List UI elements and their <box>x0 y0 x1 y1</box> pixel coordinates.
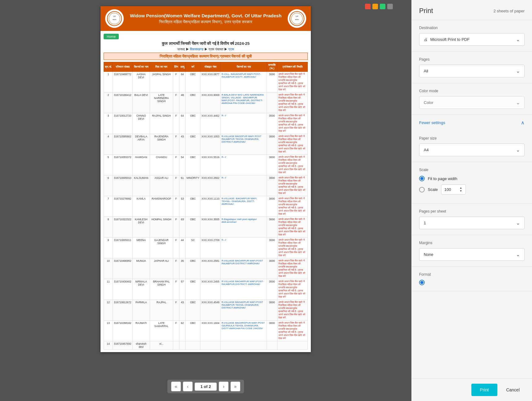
table-cell: OBC <box>185 113 200 134</box>
pages-label: Pages <box>419 57 525 62</box>
table-cell: R-VILLAGE BAGDPUR MAFI POST RAJABPUR TEH… <box>221 134 267 155</box>
pagination-next[interactable]: › <box>219 382 229 391</box>
table-cell: DEVBALA ARYA <box>132 134 150 155</box>
margins-section: Margins None ⌄ <box>412 235 532 267</box>
minimize-icon[interactable] <box>372 4 378 9</box>
table-cell: OBC <box>185 93 200 113</box>
table-cell: आपके आधार लिंक बैंक खाते में निराश्रित म… <box>277 300 307 321</box>
pages-per-sheet-section: Pages per sheet 1 ⌄ <box>412 204 532 235</box>
pages-section: Pages All ⌄ <box>412 52 532 83</box>
document-viewer: UP सरकार Widow Pension(Women Welfare Dep… <box>0 0 411 401</box>
col-father: पिता का नाम <box>150 62 173 72</box>
table-cell: 316710186412 <box>113 93 133 113</box>
table-cell: OBC <box>185 321 200 341</box>
color-select[interactable]: Color ⌄ <box>419 96 525 109</box>
table-cell: R-VILLAGE BAGARDPUR MAFI POST GAJRAULA T… <box>221 321 267 341</box>
table-cell: OBC <box>185 196 200 217</box>
table-cell: 54 <box>179 155 185 175</box>
table-cell: GAJENDAR SINGH <box>150 238 173 258</box>
table-row: 11316710430402NIRMALA DEVIBRAHAM PAL SIN… <box>104 279 308 300</box>
destination-select[interactable]: 🖨 Microsoft Print to PDF ⌄ <box>419 33 525 46</box>
table-cell: F <box>173 217 179 238</box>
table-cell: 64 <box>179 113 185 134</box>
table-cell: 316710055372 <box>113 155 133 175</box>
pages-value: All <box>424 69 516 73</box>
table-cell: F <box>173 279 179 300</box>
table-cell: RAJPAL <box>150 300 173 321</box>
table-cell: F <box>173 196 179 217</box>
pages-per-sheet-value: 1 <box>424 221 516 225</box>
breadcrumb-link2[interactable]: ग्राम <box>228 47 234 51</box>
table-cell: OBC <box>185 134 200 155</box>
table-row: 13316710288162RAJWATILATE SAMARPALF62OBC… <box>104 321 308 341</box>
close-icon[interactable] <box>365 4 371 9</box>
color-chevron: ⌄ <box>516 100 520 106</box>
table-cell: sharvesh devi <box>132 341 150 350</box>
table-cell: XXX.XXX.5516 <box>200 155 221 175</box>
table-cell: BRAHAM PAL SINGH <box>150 279 173 300</box>
svg-text:सरकार: सरकार <box>295 19 299 20</box>
table-cell: 63 <box>179 217 185 238</box>
table-cell <box>267 341 277 350</box>
table-cell: HOMPAL SINGH <box>150 217 173 238</box>
scale-radio[interactable] <box>419 187 425 192</box>
breadcrumb-link1[interactable]: विकासखण्ड <box>190 47 204 51</box>
margins-select[interactable]: None ⌄ <box>419 248 525 261</box>
table-row: 7316710278992KAMLARAMSWAROOPF53OBCXXX.XX… <box>104 196 308 217</box>
table-cell: 35 <box>179 258 185 279</box>
pages-per-sheet-select[interactable]: 1 ⌄ <box>419 217 525 229</box>
table-cell: आपके आधार लिंक बैंक खाते में निराश्रित म… <box>277 175 307 196</box>
table-cell: 3000 <box>267 258 277 279</box>
header-text: Widow Pension(Women Welfare Department),… <box>128 13 283 24</box>
scale-up-arrow[interactable]: ▲ <box>460 187 462 189</box>
col-gender: लिंग <box>173 62 179 72</box>
margins-label: Margins <box>419 241 525 245</box>
table-cell: 3000 <box>267 196 277 217</box>
pagination-first[interactable]: « <box>171 382 181 391</box>
table-cell: 4 <box>104 134 113 155</box>
cancel-button[interactable]: Cancel <box>501 384 525 396</box>
table-cell: XXX.XXX.1604 <box>200 321 221 341</box>
paper-size-select[interactable]: A4 ⌄ <box>419 144 525 156</box>
scale-down-arrow[interactable]: ▼ <box>460 190 462 192</box>
table-cell: MINORITY <box>185 175 200 196</box>
destination-section: Destination 🖨 Microsoft Print to PDF ⌄ <box>412 20 532 52</box>
table-cell: XXX.XXX.9069 <box>200 93 221 113</box>
print-footer: Print Cancel <box>412 378 532 401</box>
table-cell: 53 <box>179 196 185 217</box>
table-cell: 316710005011 <box>113 238 133 258</box>
table-cell: R-VILLAGE BAGARPUR MAFI,POST-RAJABPUR,DI… <box>221 279 267 300</box>
extra-btn[interactable] <box>387 4 393 9</box>
format-radio-pdf[interactable] <box>419 280 425 285</box>
print-button[interactable]: Print <box>471 384 498 396</box>
table-cell: 316710457692 <box>113 341 133 350</box>
table-cell: 3000 <box>267 321 277 341</box>
table-cell: आपके आधार लिंक बैंक खाते में निराश्रित म… <box>277 321 307 341</box>
maximize-icon[interactable] <box>380 4 385 9</box>
home-button[interactable]: Home <box>104 33 308 41</box>
table-cell: KAMLESH DEVI <box>132 217 150 238</box>
table-cell: 44 <box>179 238 185 258</box>
pagination-last[interactable]: » <box>230 382 240 391</box>
paper-size-label: Paper size <box>419 136 525 140</box>
col-category: वर्ग <box>185 62 200 72</box>
table-cell: 3000 <box>267 217 277 238</box>
table-cell: 3000 <box>267 113 277 134</box>
fit-to-page-radio[interactable] <box>419 176 425 181</box>
fewer-settings-toggle[interactable]: Fewer settings ∧ <box>412 115 532 131</box>
table-cell: आपके आधार लिंक बैंक खाते में निराश्रित म… <box>277 238 307 258</box>
pages-select[interactable]: All ⌄ <box>419 65 525 77</box>
table-cell: 3000 <box>267 175 277 196</box>
table-cell: 43 <box>179 300 185 321</box>
breadcrumb-sep2: ▶ <box>204 47 208 51</box>
table-cell: 62 <box>179 321 185 341</box>
table-cell: 3000 <box>267 72 277 93</box>
destination-value: Microsoft Print to PDF <box>430 37 516 42</box>
scale-input-wrapper[interactable]: 100 ▲ ▼ <box>441 184 466 195</box>
table-row: 5316710055372HAMIDANCHANDUF54OBCXXX.XXX.… <box>104 155 308 175</box>
pagination-prev[interactable]: ‹ <box>183 382 193 391</box>
table-cell: 1 <box>104 72 113 93</box>
table-cell: LATE SAMARPAL <box>150 321 173 341</box>
table-row: 14316710457692sharvesh devivi... <box>104 341 308 350</box>
table-cell: आपके आधार लिंक बैंक खाते में निराश्रित म… <box>277 258 307 279</box>
